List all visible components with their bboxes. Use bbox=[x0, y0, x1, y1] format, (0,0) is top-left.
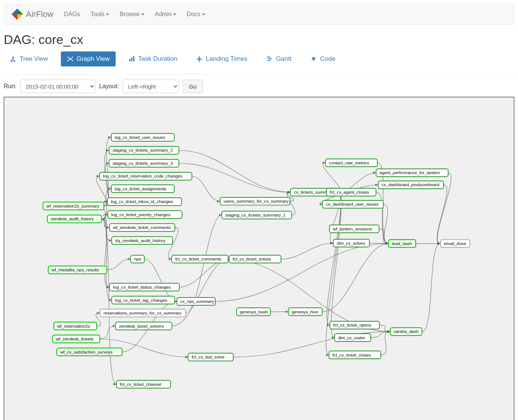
edge-dim_cx_roster-varsha_dash bbox=[371, 331, 390, 337]
svg-text:dim_cx_roster: dim_cx_roster bbox=[338, 336, 365, 340]
svg-text:zendesk_audit_history: zendesk_audit_history bbox=[51, 217, 94, 221]
svg-text:cx_nps_summary: cx_nps_summary bbox=[180, 299, 214, 304]
svg-text:email_done: email_done bbox=[444, 241, 466, 246]
task-email_done[interactable]: email_done bbox=[441, 240, 470, 248]
task-fct_cx_ticket_comments[interactable]: fct_cx_ticket_comments bbox=[172, 255, 228, 263]
graph-controls: Run: 2015-02-01 00:00:00 Layout: Left->R… bbox=[4, 80, 514, 93]
layout-select[interactable]: Left->Right bbox=[122, 80, 179, 93]
task-log_cx_ticket_priority_changes[interactable]: log_cx_ticket_priority_changes bbox=[108, 211, 182, 218]
svg-text:log_cx_ticket_assignments: log_cx_ticket_assignments bbox=[115, 187, 166, 191]
edge-cx_dashboard_producerboard-email_done bbox=[437, 185, 447, 243]
svg-text:lead_dash: lead_dash bbox=[392, 241, 412, 246]
task-dq_zendesk_audit_history[interactable]: dq_zendesk_audit_history bbox=[112, 236, 172, 244]
run-select[interactable]: 2015-02-01 00:00:00 bbox=[20, 80, 95, 93]
task-genesys_hive[interactable]: genesys_hive bbox=[288, 308, 322, 316]
task-wf_lantern_sessions[interactable]: wf_lantern_sessions bbox=[329, 225, 379, 233]
task-log_cx_ticket_tag_changes[interactable]: log_cx_ticket_tag_changes bbox=[112, 296, 175, 304]
task-wf_reservation2s_summary[interactable]: wf_reservation2s_summary bbox=[43, 202, 104, 210]
svg-text:log_cx_ticket_tag_changes: log_cx_ticket_tag_changes bbox=[115, 298, 168, 303]
tree-icon bbox=[10, 56, 17, 62]
task-wf_zendesk_tickets[interactable]: wf_zendesk_tickets bbox=[53, 335, 100, 343]
nav-docs[interactable]: Docs bbox=[187, 11, 205, 18]
task-wf_zendesk_ticket_comments[interactable]: wf_zendesk_ticket_comments bbox=[110, 224, 175, 232]
top-nav: AirFlow DAGs Tools Browse Admin Docs bbox=[4, 4, 514, 25]
edge-fct_cx_ticket_closes-varsha_dash bbox=[381, 331, 390, 355]
task-fct_cx_last_solve[interactable]: fct_cx_last_solve bbox=[188, 353, 233, 361]
brand[interactable]: AirFlow bbox=[11, 8, 53, 21]
graph-canvas-wrap: wf_reservation2s_summaryzendesk_audit_hi… bbox=[4, 97, 514, 420]
svg-text:dq_zendesk_audit_history: dq_zendesk_audit_history bbox=[115, 238, 166, 243]
task-fct_cx_ticket_channel[interactable]: fct_cx_ticket_channel bbox=[116, 380, 171, 388]
task-wf_medallia_nps_results[interactable]: wf_medallia_nps_results bbox=[48, 266, 107, 274]
svg-text:log_cx_ticket_inbox_id_changes: log_cx_ticket_inbox_id_changes bbox=[111, 199, 173, 204]
graph-icon bbox=[67, 56, 74, 62]
task-lead_dash[interactable]: lead_dash bbox=[389, 240, 416, 248]
task-staging_cx_tickets_summary_2[interactable]: staging_cx_tickets_summary_2 bbox=[109, 146, 179, 154]
svg-text:wf_reservation2s: wf_reservation2s bbox=[57, 324, 90, 328]
nav-admin[interactable]: Admin bbox=[155, 11, 176, 18]
tab-landing-times[interactable]: Landing Times bbox=[190, 51, 254, 66]
task-varsha_dash[interactable]: varsha_dash bbox=[390, 328, 422, 336]
svg-text:fct_cx_last_solve: fct_cx_last_solve bbox=[192, 355, 225, 359]
svg-rect-5 bbox=[129, 59, 130, 62]
task-log_cx_ticket_user_issues[interactable]: log_cx_ticket_user_issues bbox=[111, 134, 174, 142]
task-contact_rate_metrics[interactable]: contact_rate_metrics bbox=[326, 159, 378, 167]
plane-icon bbox=[196, 56, 203, 62]
task-fct_cx_ticket_closes[interactable]: fct_cx_ticket_closes bbox=[329, 351, 381, 359]
svg-text:wf_reservation2s_summary: wf_reservation2s_summary bbox=[46, 204, 100, 208]
task-fct_cx_agent_closes[interactable]: fct_cx_agent_closes bbox=[326, 188, 376, 196]
svg-rect-9 bbox=[268, 59, 272, 59]
svg-text:wf_medallia_nps_results: wf_medallia_nps_results bbox=[51, 268, 99, 272]
nav-tools[interactable]: Tools bbox=[91, 11, 109, 18]
task-log_cx_ticket_status_changes[interactable]: log_cx_ticket_status_changes bbox=[110, 283, 180, 291]
task-log_cx_ticket_inbox_id_changes[interactable]: log_cx_ticket_inbox_id_changes bbox=[107, 198, 182, 206]
edge-log_cx_ticket_reservation_code_changes-users_summary_for_cx_summary bbox=[192, 176, 220, 201]
edge-log_cx_ticket_status_changes-fct_cx_ticket_solves bbox=[179, 259, 229, 287]
svg-text:reservations_summary_for_cx_su: reservations_summary_for_cx_summary bbox=[104, 311, 182, 315]
svg-text:dim_cx_solves: dim_cx_solves bbox=[337, 241, 365, 245]
nav-dags[interactable]: DAGs bbox=[64, 11, 80, 18]
task-agent_performance_for_lantern[interactable]: agent_performance_for_lantern bbox=[376, 169, 448, 177]
dag-graph[interactable]: wf_reservation2s_summaryzendesk_audit_hi… bbox=[4, 97, 514, 420]
go-button[interactable]: Go bbox=[183, 80, 203, 93]
task-dim_cx_solves[interactable]: dim_cx_solves bbox=[333, 239, 369, 247]
task-staging_cx_tickets_summary_1[interactable]: staging_cx_tickets_summary_1 bbox=[222, 211, 292, 219]
bolt-icon bbox=[310, 56, 317, 62]
airflow-logo-icon bbox=[11, 8, 24, 21]
svg-rect-10 bbox=[267, 60, 270, 61]
tab-graph-view[interactable]: Graph View bbox=[61, 51, 116, 66]
task-wf_cs_satisfaction_surveys[interactable]: wf_cs_satisfaction_surveys bbox=[57, 348, 122, 356]
caret-icon bbox=[141, 14, 144, 15]
svg-text:users_summary_for_cx_summary: users_summary_for_cx_summary bbox=[224, 199, 288, 203]
svg-text:genesys_bash: genesys_bash bbox=[240, 310, 268, 314]
task-staging_cx_tickets_summary_3[interactable]: staging_cx_tickets_summary_3 bbox=[109, 160, 179, 167]
edge-cx_dashboard_user_issues-lead_dash bbox=[383, 204, 388, 244]
tab-task-duration[interactable]: Task Duration bbox=[122, 51, 183, 66]
task-genesys_bash[interactable]: genesys_bash bbox=[237, 308, 270, 316]
gantt-icon bbox=[266, 56, 273, 62]
task-fct_cx_ticket_solves[interactable]: fct_cx_ticket_solves bbox=[229, 255, 281, 263]
edge-cx_nps_summary-lead_dash bbox=[215, 244, 388, 301]
svg-text:staging_cx_tickets_summary_2: staging_cx_tickets_summary_2 bbox=[113, 148, 173, 152]
task-log_cx_ticket_assignments[interactable]: log_cx_ticket_assignments bbox=[111, 185, 174, 193]
task-log_cx_ticket_reservation_code_changes[interactable]: log_cx_ticket_reservation_code_changes bbox=[100, 172, 192, 180]
task-wf_reservation2s[interactable]: wf_reservation2s bbox=[54, 322, 97, 330]
task-cx_dashboard_user_issues[interactable]: cx_dashboard_user_issues bbox=[323, 200, 384, 208]
tab-gantt[interactable]: Gantt bbox=[260, 51, 298, 66]
task-cx_nps_summary[interactable]: cx_nps_summary bbox=[177, 298, 215, 306]
tab-tree-view[interactable]: Tree View bbox=[4, 51, 54, 66]
edge-staging_cx_tickets_summary_2-cx_tickets_summary bbox=[179, 150, 290, 192]
svg-text:log_cx_ticket_status_changes: log_cx_ticket_status_changes bbox=[113, 285, 171, 289]
task-zendesk_ticket_solvers[interactable]: zendesk_ticket_solvers bbox=[116, 322, 172, 330]
task-fct_cx_ticket_opens[interactable]: fct_cx_ticket_opens bbox=[330, 321, 379, 329]
edge-cx_tickets_summary-contact_rate_metrics bbox=[323, 163, 340, 192]
task-nps[interactable]: nps bbox=[131, 255, 144, 263]
task-zendesk_audit_history[interactable]: zendesk_audit_history bbox=[47, 215, 101, 223]
svg-text:cx_dashboard_user_issues: cx_dashboard_user_issues bbox=[326, 202, 379, 206]
tab-code[interactable]: Code bbox=[304, 51, 341, 66]
task-cx_dashboard_producerboard[interactable]: cx_dashboard_producerboard bbox=[378, 181, 444, 189]
task-dim_cx_roster[interactable]: dim_cx_roster bbox=[335, 334, 371, 342]
nav-browse[interactable]: Browse bbox=[119, 11, 144, 18]
task-users_summary_for_cx_summary[interactable]: users_summary_for_cx_summary bbox=[220, 197, 290, 205]
task-reservations_summary_for_cx_summary[interactable]: reservations_summary_for_cx_summary bbox=[100, 309, 186, 317]
